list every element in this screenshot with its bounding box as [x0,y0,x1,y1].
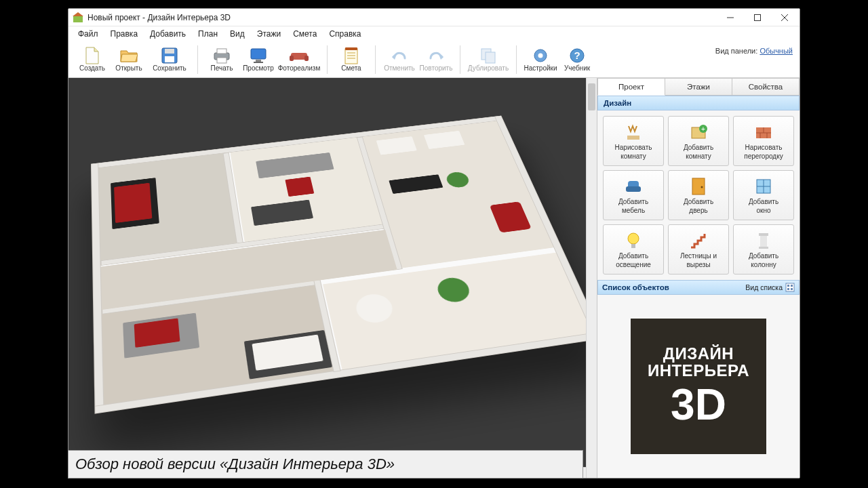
armchair-icon [625,176,642,197]
tile-add-door[interactable]: Добавитьдверь [668,170,729,220]
save-button[interactable]: Сохранить [147,44,192,75]
menu-plan[interactable]: План [193,28,223,40]
menubar: Файл Правка Добавить План Вид Этажи Смет… [68,26,800,41]
duplicate-button[interactable]: Дублировать [466,44,511,75]
door-icon [692,176,705,197]
svg-point-47 [628,233,639,244]
right-panel: Проект Этажи Свойства Дизайн Нарисоватьк… [597,78,800,478]
tile-draw-room[interactable]: Нарисоватькомнату [603,116,664,166]
sofa-icon [290,47,309,64]
monitor-icon [250,47,267,64]
panel-type-selector: Вид панели: Обычный [715,47,793,55]
list-view-toggle[interactable] [785,283,795,292]
tile-add-light[interactable]: Добавитьосвещение [603,224,664,274]
design-section-title: Дизайн [597,96,800,110]
svg-rect-11 [217,58,226,63]
notepad-icon [344,47,359,64]
svg-rect-31 [627,136,639,140]
svg-rect-50 [760,236,767,247]
svg-rect-22 [345,47,357,50]
video-caption: Обзор новой версии «Дизайн Интерьера 3D» [68,450,583,479]
tile-draw-wall[interactable]: Нарисоватьперегородку [733,116,794,166]
3d-canvas[interactable] [68,78,597,478]
svg-rect-55 [787,288,789,290]
svg-rect-48 [631,244,635,248]
menu-edit[interactable]: Правка [105,28,144,40]
svg-rect-17 [304,56,309,61]
tab-properties[interactable]: Свойства [732,78,800,96]
titlebar: Новый проект - Дизайн Интерьера 3D [68,9,800,26]
tile-add-furniture[interactable]: Добавитьмебель [603,170,664,220]
tile-add-column[interactable]: Добавитьколонну [733,224,794,274]
toolbar: Создать Открыть Сохранить Печать Просмот… [68,41,800,78]
settings-button[interactable]: Настройки [522,44,559,75]
svg-rect-54 [791,285,793,287]
printer-icon [213,47,231,64]
window-icon [755,176,772,197]
tile-add-window[interactable]: Добавитьокно [733,170,794,220]
object-list-header: Список объектов Вид списка [597,280,800,295]
help-button[interactable]: ? Учебник [559,44,595,75]
menu-view[interactable]: Вид [224,28,250,40]
undo-button[interactable]: Отменить [381,44,418,75]
svg-rect-52 [786,283,794,291]
promo-logo: ДИЗАЙН ИНТЕРЬЕРА 3D [631,319,766,454]
preview-button[interactable]: Просмотр [240,44,277,75]
svg-rect-51 [759,247,768,249]
svg-rect-18 [345,49,357,64]
menu-help[interactable]: Справка [323,28,366,40]
panel-type-link[interactable]: Обычный [760,47,793,55]
svg-rect-56 [791,288,793,290]
list-view-label: Вид списка [745,283,783,291]
copy-icon [480,47,496,64]
minimize-button[interactable] [717,9,744,26]
brick-icon [755,122,772,142]
svg-rect-13 [256,60,261,62]
svg-text:?: ? [574,49,580,61]
print-button[interactable]: Печать [203,44,240,75]
redo-icon [428,47,444,64]
design-tile-grid: Нарисоватькомнату +Добавитькомнату Нарис… [597,110,800,280]
svg-rect-41 [626,186,641,192]
menu-floors[interactable]: Этажи [252,28,286,40]
tab-floors[interactable]: Этажи [665,78,732,96]
content-area: Проект Этажи Свойства Дизайн Нарисоватьк… [68,78,800,478]
pencil-icon [625,122,642,142]
file-new-icon [85,47,100,64]
svg-point-28 [538,54,543,58]
room-add-icon: + [690,122,707,142]
svg-point-43 [701,186,703,188]
stairs-icon [690,230,707,251]
open-button[interactable]: Открыть [111,44,147,75]
svg-marker-1 [73,12,83,16]
maximize-button[interactable] [744,9,771,26]
vertical-scrollbar[interactable] [586,78,597,478]
redo-button[interactable]: Повторить [418,44,454,75]
svg-rect-3 [755,14,761,20]
svg-rect-8 [165,56,174,62]
svg-rect-49 [759,233,768,236]
menu-estimate[interactable]: Смета [288,28,322,40]
floorplan-render [91,115,597,413]
svg-rect-14 [254,62,263,63]
tile-add-room[interactable]: +Добавитькомнату [668,116,729,166]
menu-add[interactable]: Добавить [144,28,191,40]
menu-file[interactable]: Файл [73,28,104,40]
svg-rect-16 [290,56,294,61]
tab-project[interactable]: Проект [597,78,665,96]
undo-icon [391,47,408,64]
svg-text:+: + [701,125,705,133]
photorealism-button[interactable]: Фотореализм [277,44,321,75]
app-window: Новый проект - Дизайн Интерьера 3D Файл … [68,8,800,479]
panel-tabs: Проект Этажи Свойства [597,78,800,96]
estimate-button[interactable]: Смета [333,44,370,75]
help-icon: ? [569,47,585,64]
floppy-icon [161,47,178,64]
create-button[interactable]: Создать [74,44,111,75]
svg-rect-42 [692,178,705,195]
app-icon [73,12,83,23]
folder-open-icon [120,47,138,64]
close-button[interactable] [771,9,798,26]
tile-stairs[interactable]: Лестницы ивырезы [668,224,729,274]
svg-rect-0 [73,16,83,22]
